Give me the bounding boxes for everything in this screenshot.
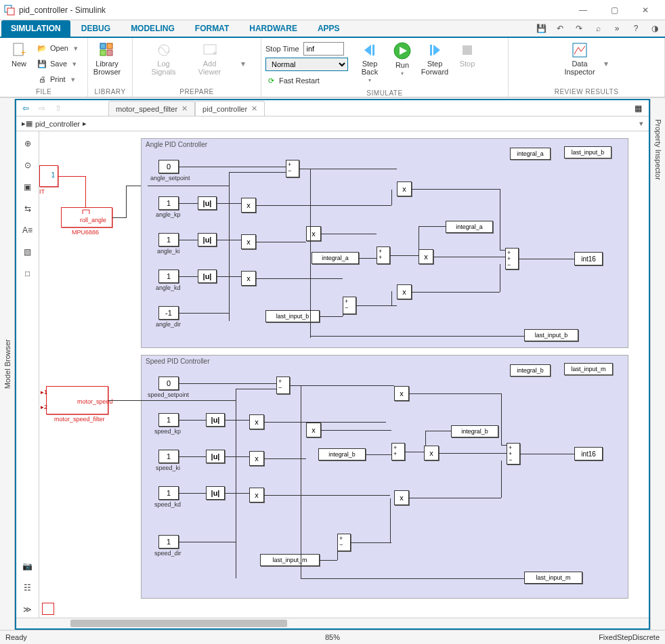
save-icon[interactable]: 💾	[535, 22, 547, 35]
speed-kd-block[interactable]: 1	[158, 486, 179, 500]
model-browser-rail[interactable]: Model Browser	[0, 99, 15, 630]
speed-mul-ki[interactable]: x	[249, 451, 264, 466]
angle-abs-ki[interactable]: |u|	[198, 233, 217, 246]
speed-sum-err[interactable]: +−	[276, 377, 290, 394]
step-forward-button[interactable]: Step Forward	[420, 41, 450, 76]
stoptime-input[interactable]	[303, 42, 344, 56]
library-browser-button[interactable]: Library Browser	[92, 41, 122, 76]
speed-sum-d[interactable]: +−	[337, 534, 351, 551]
tab-format[interactable]: FORMAT	[186, 20, 238, 37]
speed-integral-store[interactable]: integral_b	[451, 425, 498, 437]
save-button[interactable]: 💾Save▾	[37, 56, 78, 71]
tag-last-input-b[interactable]: last_input_b	[564, 146, 612, 158]
angle-mul-istore[interactable]: x	[419, 249, 433, 264]
horizontal-scrollbar[interactable]	[16, 618, 649, 628]
speed-mul-d2[interactable]: x	[394, 490, 409, 505]
speed-abs-kp[interactable]: |u|	[206, 413, 225, 427]
speed-out-int16[interactable]: int16	[574, 447, 603, 460]
collapse-ribbon-icon[interactable]: ◑	[649, 22, 661, 35]
close-icon[interactable]: ✕	[181, 104, 188, 113]
area-icon[interactable]: □	[20, 265, 36, 282]
tag-integral-b[interactable]: integral_b	[510, 364, 551, 377]
angle-abs-kd[interactable]: |u|	[198, 270, 217, 283]
more-icon[interactable]: »	[611, 22, 623, 35]
step-back-button[interactable]: Step Back▾	[355, 41, 385, 83]
search-icon[interactable]: ⌕	[592, 22, 604, 35]
tab-debug[interactable]: DEBUG	[72, 20, 120, 37]
angle-last-read[interactable]: last_input_b	[265, 310, 320, 322]
angle-abs-kp[interactable]: |u|	[198, 196, 217, 210]
browse-icon[interactable]: ⊕	[20, 135, 36, 152]
tag-integral-a[interactable]: integral_a	[510, 148, 551, 160]
tag-last-input-m[interactable]: last_input_m	[564, 363, 613, 375]
speed-mul-istore[interactable]: x	[424, 446, 439, 460]
angle-ki-block[interactable]: 1	[158, 233, 179, 246]
speed-setpoint-block[interactable]: 0	[158, 377, 179, 390]
speed-sum-int[interactable]: ++	[391, 443, 405, 460]
angle-setpoint-block[interactable]: 0	[158, 160, 179, 173]
speed-integral-read[interactable]: integral_b	[318, 448, 366, 460]
tree-icon[interactable]: ☷	[20, 580, 36, 596]
angle-mul-kp[interactable]: x	[241, 198, 256, 213]
angle-integral-read[interactable]: integral_a	[312, 252, 359, 264]
angle-mul-i[interactable]: x	[306, 226, 321, 241]
run-button[interactable]: Run▾	[387, 41, 417, 77]
speed-mul-p[interactable]: x	[394, 386, 409, 401]
overview-icon[interactable]	[42, 603, 54, 615]
breadcrumb[interactable]: ▸▦ pid_controller ▸ ▾	[16, 116, 649, 131]
angle-sum-int[interactable]: ++	[377, 246, 390, 264]
new-button[interactable]: + New	[4, 41, 34, 68]
open-button[interactable]: 📂Open▾	[37, 41, 78, 56]
angle-integral-store[interactable]: integral_a	[446, 221, 493, 233]
minimize-button[interactable]: —	[567, 0, 599, 20]
screenshot-icon[interactable]: 📷	[20, 558, 36, 574]
angle-sum-d[interactable]: +−	[343, 297, 356, 314]
tab-apps[interactable]: APPS	[308, 20, 349, 37]
breadcrumb-label[interactable]: pid_controller	[35, 120, 80, 128]
speed-sum-out[interactable]: ++−	[507, 443, 520, 465]
log-signals-button[interactable]: Log Signals	[149, 41, 179, 76]
canvas-view-icon[interactable]: ▦	[635, 104, 646, 113]
tab-hardware[interactable]: HARDWARE	[240, 20, 307, 37]
nav-up-icon[interactable]: ⇧	[51, 102, 65, 115]
speed-pid-box[interactable]: Speed PID Controller	[141, 355, 628, 599]
status-zoom[interactable]: 85%	[325, 633, 340, 641]
file-tab-motor-speed-filter[interactable]: motor_speed_filter✕	[108, 101, 195, 116]
angle-dir-block[interactable]: -1	[158, 306, 179, 320]
angle-sum-out[interactable]: ++−	[505, 248, 519, 270]
close-icon[interactable]: ✕	[251, 104, 257, 113]
angle-mul-ki[interactable]: x	[241, 234, 256, 249]
angle-kd-block[interactable]: 1	[158, 270, 179, 283]
speed-abs-kd[interactable]: |u|	[206, 486, 225, 500]
print-button[interactable]: 🖨Print▾	[37, 72, 78, 87]
property-inspector-rail[interactable]: Property Inspector	[650, 99, 665, 630]
speed-dir-block[interactable]: 1	[158, 535, 179, 549]
angle-last-store[interactable]: last_input_b	[524, 329, 578, 341]
tab-simulation[interactable]: SIMULATION	[1, 20, 70, 37]
speed-mul-i[interactable]: x	[306, 423, 321, 437]
speed-abs-ki[interactable]: |u|	[206, 450, 225, 463]
fit-icon[interactable]: ▣	[20, 179, 36, 195]
block-it[interactable]: 1	[39, 165, 58, 187]
nav-back-icon[interactable]: ⇦	[19, 102, 33, 115]
speed-ki-block[interactable]: 1	[158, 450, 179, 463]
status-solver[interactable]: FixedStepDiscrete	[599, 633, 660, 641]
file-tab-pid-controller[interactable]: pid_controller✕	[195, 101, 265, 116]
redo-icon[interactable]: ↷	[573, 22, 585, 35]
nav-fwd-icon[interactable]: ⇨	[35, 102, 49, 115]
angle-out-int16[interactable]: int16	[574, 252, 603, 265]
add-viewer-button[interactable]: + Add Viewer	[195, 41, 225, 76]
angle-kp-block[interactable]: 1	[158, 196, 179, 210]
fast-restart-button[interactable]: ⟳Fast Restart	[265, 73, 348, 88]
angle-sum-err[interactable]: +−	[286, 160, 299, 177]
expand-icon[interactable]: ≫	[20, 601, 36, 618]
angle-mul-p[interactable]: x	[397, 181, 412, 196]
maximize-button[interactable]: ▢	[599, 0, 630, 20]
undo-icon[interactable]: ↶	[554, 22, 566, 35]
speed-mul-kp[interactable]: x	[249, 414, 264, 429]
data-inspector-button[interactable]: Data Inspector	[565, 41, 595, 76]
swap-icon[interactable]: ⇆	[20, 200, 36, 217]
speed-last-store[interactable]: last_input_m	[524, 572, 582, 584]
annotate-icon[interactable]: A≡	[20, 222, 36, 238]
angle-mul-d2[interactable]: x	[397, 284, 412, 299]
